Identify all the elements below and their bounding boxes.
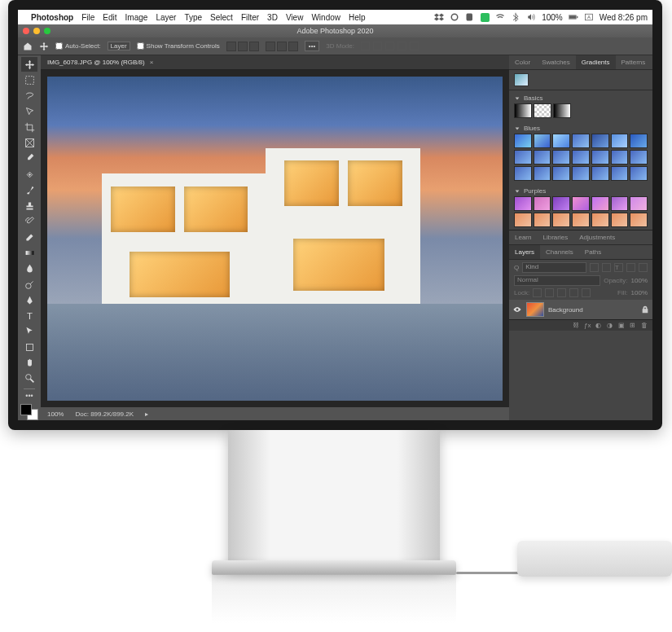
input-menu-icon[interactable]: A [584,12,594,22]
circle-icon[interactable] [450,12,459,22]
gradient-swatch[interactable] [552,150,570,165]
tab-channels[interactable]: Channels [540,245,579,259]
foreground-color-swatch[interactable] [20,404,32,415]
home-icon[interactable] [23,42,33,51]
wifi-icon[interactable] [495,12,505,22]
gradient-swatch[interactable] [630,213,648,227]
healing-tool[interactable] [21,167,37,182]
layer-filter-kind[interactable]: Kind [522,262,586,273]
more-align-button[interactable]: ••• [305,41,319,51]
gradient-swatch[interactable] [572,213,590,227]
current-gradient-swatch[interactable] [514,73,529,86]
menubar-3d[interactable]: 3D [267,13,278,22]
auto-select-checkbox[interactable]: Auto-Select: [55,42,101,50]
evernote-icon[interactable] [465,12,475,22]
gradient-swatch[interactable] [514,150,532,165]
filter-smart-icon[interactable] [639,263,648,272]
new-adjustment-icon[interactable]: ◑ [607,322,615,330]
gradient-swatch[interactable] [611,150,629,165]
tab-swatches[interactable]: Swatches [536,55,576,69]
new-group-icon[interactable]: ▣ [618,322,626,330]
gradient-swatch[interactable] [572,166,590,181]
tab-libraries[interactable]: Libraries [537,230,573,244]
foreground-background-colors[interactable] [20,404,38,420]
filter-shape-icon[interactable] [626,263,635,272]
gradient-swatch[interactable] [534,196,551,211]
lasso-tool[interactable] [21,89,37,103]
document-tab[interactable]: IMG_6078.JPG @ 100% (RGB/8) [47,59,145,66]
type-tool[interactable]: T [21,309,37,323]
hand-tool[interactable] [21,355,37,370]
gradient-swatch[interactable] [534,103,551,118]
gradient-swatch[interactable] [572,150,590,165]
link-layers-icon[interactable]: ⛓ [573,322,581,330]
menubar-view[interactable]: View [286,13,304,22]
gradient-swatch[interactable] [611,134,629,148]
gradient-swatch[interactable] [630,166,648,181]
dropbox-icon[interactable] [434,12,444,22]
eyedropper-tool[interactable] [21,151,37,166]
opacity-value[interactable]: 100% [631,277,648,284]
menubar-window[interactable]: Window [311,13,340,22]
align-right-icon[interactable] [249,42,259,51]
layer-name[interactable]: Background [548,306,583,314]
distribute-spacing-icon[interactable] [288,42,298,51]
zoom-tool[interactable] [21,371,37,386]
gradient-swatch[interactable] [552,213,570,227]
filter-adjust-icon[interactable] [602,263,611,272]
blur-tool[interactable] [21,261,37,276]
marquee-tool[interactable] [21,72,37,87]
tab-paths[interactable]: Paths [579,245,607,259]
lock-paint-icon[interactable] [545,288,554,297]
distribute-h-icon[interactable] [266,42,275,51]
gradient-swatch[interactable] [630,196,648,211]
menubar-file[interactable]: File [81,13,94,22]
menubar-edit[interactable]: Edit [103,13,116,22]
layer-mask-icon[interactable]: ◐ [595,322,604,330]
brush-tool[interactable] [21,182,37,197]
gradient-swatch[interactable] [611,213,629,227]
shape-tool[interactable] [21,340,37,354]
show-transform-checkbox[interactable]: Show Transform Controls [137,42,220,50]
menubar-type[interactable]: Type [184,13,202,22]
path-select-tool[interactable] [21,324,37,339]
menubar-image[interactable]: Image [125,13,148,22]
tab-patterns[interactable]: Patterns [616,55,652,69]
fill-value[interactable]: 100% [631,289,648,296]
menubar-app[interactable]: Photoshop [31,13,73,22]
gradient-swatch[interactable] [534,150,551,165]
gradient-swatch[interactable] [534,213,551,227]
auto-select-dropdown[interactable]: Layer [108,42,130,50]
bluetooth-icon[interactable] [511,12,520,22]
edit-toolbar-button[interactable]: ••• [25,392,33,400]
gradient-swatch[interactable] [611,196,629,211]
lock-transparent-icon[interactable] [533,288,542,297]
gradient-swatch[interactable] [591,134,609,148]
gradient-swatch[interactable] [591,166,609,181]
move-tool-indicator-icon[interactable] [39,42,49,51]
visibility-eye-icon[interactable] [512,305,522,314]
gradient-swatch[interactable] [534,134,551,148]
gradient-group-purples[interactable]: Purples [514,186,648,196]
lock-all-icon[interactable] [582,288,591,297]
gradient-swatch[interactable] [552,134,570,148]
pen-tool[interactable] [21,292,37,307]
gradient-swatch[interactable] [611,166,629,181]
gradient-group-basics[interactable]: Basics [514,93,648,103]
battery-icon[interactable] [569,12,578,22]
lock-position-icon[interactable] [557,288,566,297]
new-layer-icon[interactable]: ⊞ [630,322,638,330]
move-tool[interactable] [21,57,37,72]
gradient-swatch[interactable] [591,213,609,227]
dodge-tool[interactable] [21,277,37,292]
gradient-swatch[interactable] [630,150,648,165]
gradient-swatch[interactable] [552,166,570,181]
gradient-swatch[interactable] [514,134,532,148]
tab-layers[interactable]: Layers [509,245,540,259]
history-brush-tool[interactable] [21,214,37,229]
status-box-icon[interactable] [481,13,490,22]
align-left-icon[interactable] [226,42,236,51]
gradient-swatch[interactable] [514,166,532,181]
gradient-swatch[interactable] [534,166,551,181]
canvas-viewport[interactable] [41,70,509,407]
